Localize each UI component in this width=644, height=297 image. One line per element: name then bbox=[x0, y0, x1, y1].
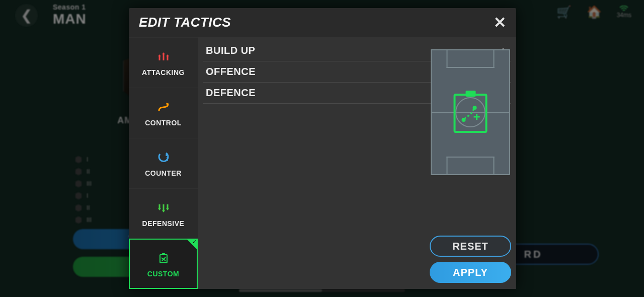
control-icon bbox=[156, 100, 171, 115]
home-icon[interactable]: 🏠 bbox=[587, 5, 602, 19]
accordion-label: OFFENCE bbox=[206, 66, 256, 78]
tab-label: CUSTOM bbox=[147, 270, 179, 278]
defensive-icon bbox=[156, 200, 171, 215]
tab-attacking[interactable]: ATTACKING bbox=[129, 37, 198, 88]
tab-label: DEFENSIVE bbox=[142, 219, 185, 228]
accordion-label: DEFENCE bbox=[206, 87, 256, 99]
pitch-preview bbox=[431, 49, 510, 175]
modal-header: EDIT TACTICS ✕ bbox=[129, 8, 516, 37]
tab-custom[interactable]: CUSTOM bbox=[129, 239, 198, 289]
accordion-label: BUILD UP bbox=[206, 45, 255, 56]
apply-button[interactable]: APPLY bbox=[430, 262, 511, 283]
modal-title: EDIT TACTICS bbox=[139, 15, 231, 30]
clipboard-icon bbox=[452, 91, 490, 134]
season-tag: Season 1 bbox=[53, 3, 87, 11]
tab-label: COUNTER bbox=[145, 169, 182, 177]
attacking-icon bbox=[156, 49, 171, 64]
svg-point-0 bbox=[166, 154, 168, 156]
scroll-indicator[interactable] bbox=[239, 289, 405, 292]
svg-rect-6 bbox=[466, 91, 476, 97]
tab-control[interactable]: CONTROL bbox=[129, 88, 198, 138]
edit-tactics-modal: EDIT TACTICS ✕ ATTACKING CONTROL bbox=[129, 8, 516, 289]
back-button[interactable]: ❮ bbox=[15, 4, 38, 27]
ping-label: 34ms bbox=[617, 12, 631, 19]
close-icon: ✕ bbox=[494, 14, 506, 31]
cart-icon[interactable]: 🛒 bbox=[556, 5, 572, 19]
svg-rect-4 bbox=[162, 253, 165, 255]
close-button[interactable]: ✕ bbox=[494, 14, 506, 31]
counter-icon bbox=[156, 150, 171, 165]
svg-point-2 bbox=[166, 159, 168, 161]
tab-label: CONTROL bbox=[145, 119, 182, 127]
svg-point-1 bbox=[167, 157, 169, 159]
season-brand: Season 1 MAN bbox=[53, 3, 87, 27]
check-icon bbox=[187, 239, 198, 250]
wifi-icon bbox=[619, 6, 628, 12]
custom-icon bbox=[156, 251, 171, 266]
ping-indicator: 34ms bbox=[617, 6, 631, 19]
reset-button[interactable]: RESET bbox=[430, 236, 511, 257]
modal-footer: RESET APPLY bbox=[430, 236, 511, 283]
top-icons: 🛒 🏠 34ms bbox=[556, 5, 631, 19]
brand-label: MAN bbox=[53, 11, 87, 27]
tab-counter[interactable]: COUNTER bbox=[129, 138, 198, 188]
tab-label: ATTACKING bbox=[142, 68, 185, 77]
tab-defensive[interactable]: DEFENSIVE bbox=[129, 188, 198, 239]
tactic-tabs: ATTACKING CONTROL COUNTER bbox=[129, 37, 198, 289]
